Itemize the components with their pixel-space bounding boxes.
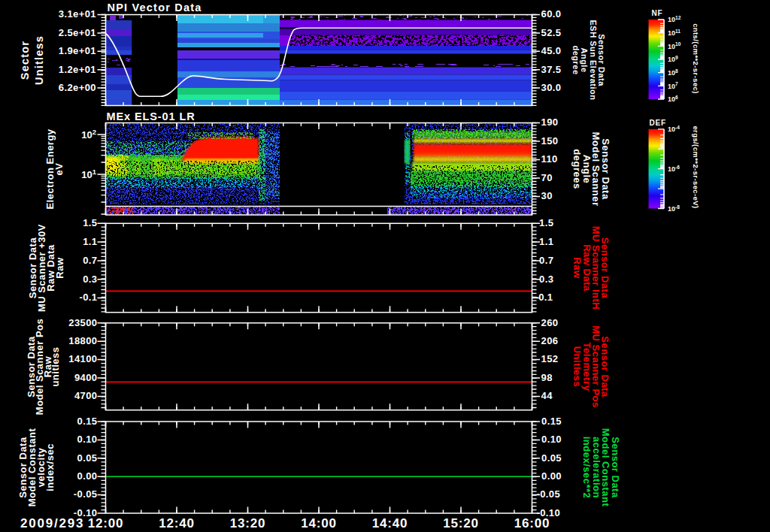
svg-text:Sensor Data: Sensor Data	[597, 34, 606, 86]
svg-text:45.0: 45.0	[541, 45, 562, 56]
svg-text:0.00: 0.00	[541, 470, 562, 482]
svg-text:260: 260	[541, 317, 559, 328]
svg-text:110: 110	[541, 153, 558, 165]
svg-text:Raw: Raw	[571, 257, 583, 279]
svg-text:98: 98	[541, 372, 553, 383]
svg-text:14100: 14100	[68, 353, 97, 364]
svg-text:44: 44	[541, 390, 553, 401]
svg-text:6.2e+00: 6.2e+00	[59, 82, 96, 93]
svg-text:52.5: 52.5	[541, 27, 562, 38]
svg-text:18800: 18800	[68, 335, 97, 346]
svg-text:-0.1: -0.1	[535, 292, 553, 303]
svg-text:0.7: 0.7	[539, 255, 553, 266]
svg-text:206: 206	[541, 335, 559, 346]
svg-text:1.1: 1.1	[83, 236, 97, 247]
svg-text:30: 30	[541, 190, 553, 201]
svg-text:60.0: 60.0	[541, 8, 562, 20]
svg-text:0.10: 0.10	[77, 434, 98, 445]
svg-text:1.2e+01: 1.2e+01	[59, 64, 96, 75]
svg-text:index/sec: index/sec	[44, 443, 56, 491]
svg-text:ESH Sun Elevation: ESH Sun Elevation	[589, 20, 598, 101]
svg-text:1.5: 1.5	[83, 217, 97, 228]
svg-text:1.1: 1.1	[539, 236, 553, 247]
svg-text:12:00: 12:00	[88, 516, 123, 530]
svg-text:DEF: DEF	[650, 119, 666, 127]
svg-text:0.15: 0.15	[541, 416, 562, 427]
svg-text:0.05: 0.05	[541, 452, 562, 464]
svg-text:15:20: 15:20	[443, 516, 478, 530]
svg-text:14:00: 14:00	[301, 516, 336, 530]
svg-text:150: 150	[541, 135, 559, 147]
svg-text:13:20: 13:20	[230, 516, 265, 530]
svg-text:190: 190	[541, 116, 559, 128]
svg-text:30.0: 30.0	[541, 82, 562, 93]
svg-text:14:40: 14:40	[372, 516, 408, 530]
svg-text:0.05: 0.05	[77, 452, 98, 464]
svg-text:37.5: 37.5	[541, 64, 562, 75]
svg-text:4700: 4700	[74, 390, 98, 401]
svg-text:0.7: 0.7	[83, 255, 97, 266]
svg-text:-0.05: -0.05	[74, 488, 98, 500]
svg-text:eV: eV	[53, 163, 65, 176]
svg-text:70: 70	[541, 172, 553, 183]
svg-text:degree: degree	[571, 45, 581, 74]
svg-text:2.5e+01: 2.5e+01	[59, 27, 96, 38]
svg-text:16:00: 16:00	[514, 516, 550, 530]
svg-text:2009/293: 2009/293	[20, 516, 84, 530]
svg-text:0.3: 0.3	[539, 274, 553, 285]
svg-text:0.3: 0.3	[83, 274, 97, 285]
svg-text:degrees: degrees	[571, 149, 583, 189]
svg-text:unitless: unitless	[50, 346, 61, 386]
svg-text:Sector: Sector	[19, 41, 31, 80]
svg-text:MEx ELS-01 LR: MEx ELS-01 LR	[107, 110, 196, 122]
svg-text:Raw: Raw	[54, 257, 65, 279]
svg-text:cnts/(cm**2-sr-sec): cnts/(cm**2-sr-sec)	[692, 23, 700, 94]
svg-text:1.5: 1.5	[539, 217, 553, 228]
svg-text:1.9e+01: 1.9e+01	[59, 45, 96, 56]
svg-text:index/sec**2: index/sec**2	[581, 437, 593, 499]
svg-text:NF: NF	[652, 9, 663, 17]
svg-text:9400: 9400	[74, 372, 98, 383]
svg-text:-0.05: -0.05	[537, 488, 561, 500]
svg-text:ergs/(cm**2-sr-sec-eV): ergs/(cm**2-sr-sec-eV)	[692, 125, 700, 208]
svg-text:0.10: 0.10	[541, 434, 562, 445]
svg-text:23500: 23500	[68, 317, 97, 328]
svg-text:152: 152	[541, 353, 559, 364]
svg-text:3.1e+01: 3.1e+01	[59, 8, 96, 20]
svg-text:-0.1: -0.1	[79, 292, 97, 303]
svg-text:0.00: 0.00	[77, 470, 98, 482]
svg-text:Unitless: Unitless	[33, 35, 45, 85]
svg-text:0.15: 0.15	[77, 416, 98, 427]
svg-text:Unitless: Unitless	[571, 346, 583, 388]
svg-text:12:40: 12:40	[159, 516, 194, 530]
svg-text:NPI Vector Data: NPI Vector Data	[108, 2, 202, 14]
